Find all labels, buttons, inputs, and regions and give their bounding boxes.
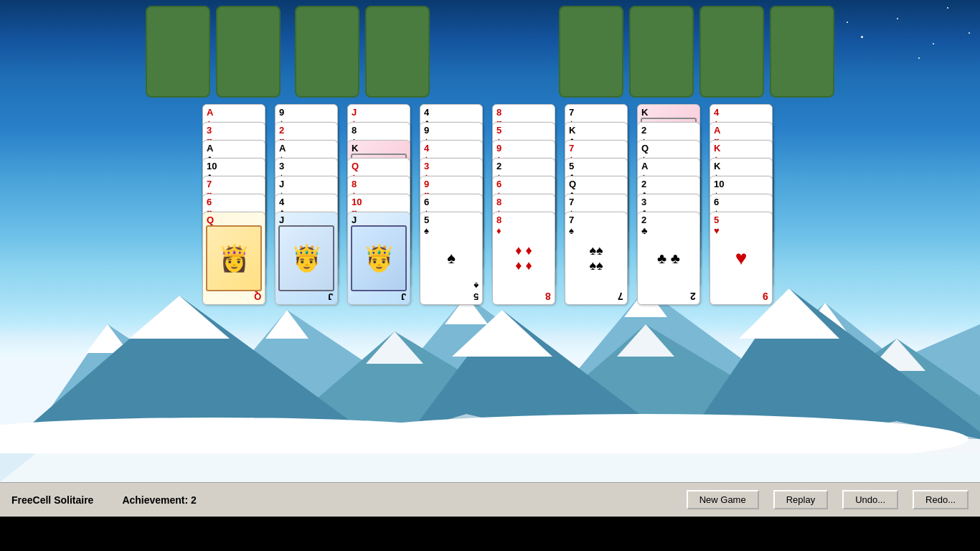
card[interactable]: 5♥ 9 ♥ (710, 212, 773, 305)
free-cells (146, 6, 430, 98)
foundation-cell-3[interactable] (699, 6, 764, 98)
card[interactable]: J♠ J♠ 🤴 (347, 212, 410, 305)
app-title: FreeCell Solitaire (11, 494, 93, 506)
column-4[interactable]: 4♣ 4♣ ♣♣♣♣ 9♠ 9♠ 4♦ 4♦ 3♦ 3♦ 9♥ (420, 104, 488, 305)
card[interactable]: 7♠ 7 ♠♠♠♠ (565, 212, 628, 305)
card[interactable]: J♣ J♣ 🤴 (275, 212, 338, 305)
column-1[interactable]: A♦ A♦ ♦ 3♥ 3♥ ♥♥♥ A♣ A♣ ♣ 10♣ 10♣ (202, 104, 270, 305)
column-8[interactable]: 4♦ 4♦ ♦ ♦♦ ♦ A♥ A♥ ♥ K♦ K♦ K♠ K♠ (710, 104, 778, 305)
free-cell-1[interactable] (146, 6, 210, 98)
card[interactable]: Q♦ Q♦ 👸 (202, 212, 265, 305)
card[interactable]: 5♠ 5♠ ♠ (420, 212, 483, 305)
column-5[interactable]: 8♥ 8♥ ♥ 5♦ 5♦ ♦♦♦♦♦ 9♦ 9♦ 2♠ 2♠ (492, 104, 560, 305)
achievement-label: Achievement: 2 (122, 494, 197, 506)
column-6[interactable]: 7♠ 7♠ ♠ K♣ K♣ 7♦ 7♦ 5♣ 5♣ Q♣ (565, 104, 633, 305)
column-2[interactable]: 9♠ 9♠ ♠ ♠ ▲ 2♥ 2♥ A♠ A♠ ▲ 3♠ 3♠ (275, 104, 343, 305)
foundation-cell-2[interactable] (629, 6, 694, 98)
bottom-bar: FreeCell Solitaire Achievement: 2 New Ga… (0, 482, 980, 517)
free-cell-4[interactable] (365, 6, 430, 98)
card[interactable]: 8♦ 8 ♦ ♦♦ ♦ (492, 212, 555, 305)
undo-button[interactable]: Undo... (842, 490, 898, 509)
free-cell-2[interactable] (216, 6, 281, 98)
foundation-cell-4[interactable] (770, 6, 834, 98)
foundation-cells (559, 6, 834, 98)
card[interactable]: 2♣ 2 ♣ ♣ (637, 212, 700, 305)
top-area (138, 0, 842, 104)
new-game-button[interactable]: New Game (687, 490, 759, 509)
column-7[interactable]: K♠ K♠ ♚ 2♠ 2♠ Q♠ Q♠ A♠ A♠ 2♣ (637, 104, 705, 305)
redo-button[interactable]: Redo... (913, 490, 969, 509)
free-cell-3[interactable] (295, 6, 359, 98)
column-3[interactable]: J♦ J♦ ♦ 8♠ 8♠ ♠ ♠ ▲ ▲ K♠ K♠ 👑 Q♦ Q♦ (347, 104, 415, 305)
replay-button[interactable]: Replay (773, 490, 828, 509)
foundation-cell-1[interactable] (559, 6, 623, 98)
columns-area: A♦ A♦ ♦ 3♥ 3♥ ♥♥♥ A♣ A♣ ♣ 10♣ 10♣ (138, 104, 842, 305)
